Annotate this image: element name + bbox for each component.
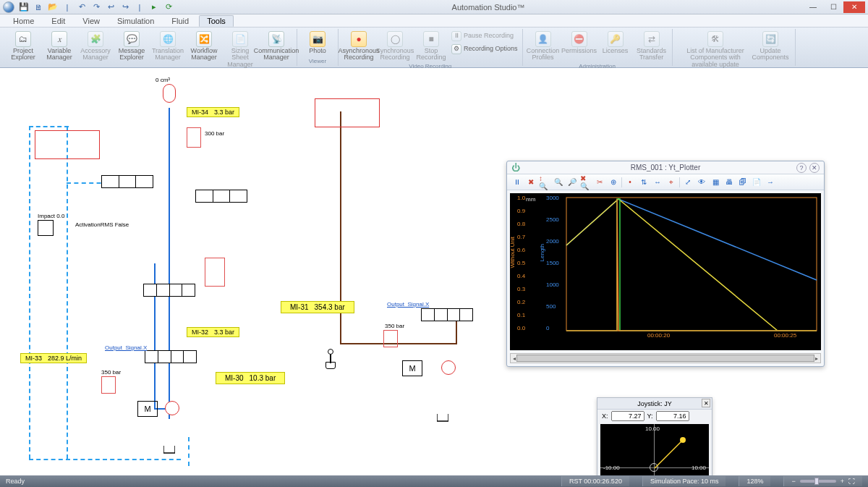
message-explorer-button[interactable]: 💬Message Explorer bbox=[114, 30, 149, 69]
clear-icon[interactable]: ✖ bbox=[525, 177, 537, 188]
qat-play-icon[interactable]: ▸ bbox=[149, 2, 159, 12]
marker-icon[interactable]: • bbox=[624, 177, 636, 188]
plotter-panel[interactable]: ⏻ RMS_001 : Yt_Plotter ? ✕ ⏸ ✖ ↕🔍 🔍 🔎 ✖🔍… bbox=[506, 161, 825, 367]
joystick-y-input[interactable] bbox=[656, 411, 689, 421]
joystick-panel[interactable]: Joystick: JY ✕ X: Y: 10.00 -10.00 -10.00… bbox=[597, 397, 712, 475]
plotter-titlebar[interactable]: ⏻ RMS_001 : Yt_Plotter ? ✕ bbox=[507, 161, 824, 174]
impact-sensor-symbol[interactable] bbox=[38, 220, 54, 236]
cylinder-left-symbol[interactable] bbox=[35, 130, 100, 159]
standards-transfer-button[interactable]: ⇄Standards Transfer bbox=[634, 30, 669, 62]
fit-icon[interactable]: ⛶ bbox=[848, 478, 855, 485]
zoom-out-icon[interactable]: − bbox=[791, 478, 795, 485]
hpan-icon[interactable]: ↔ bbox=[652, 177, 663, 188]
list-updates-button[interactable]: 🛠List of Manufacturer Components with av… bbox=[679, 30, 752, 69]
window-close-button[interactable]: ✕ bbox=[843, 1, 865, 13]
motor-left-symbol[interactable]: M bbox=[137, 401, 158, 417]
crosshair-icon[interactable]: ⌖ bbox=[665, 177, 677, 188]
grid-icon[interactable]: ▦ bbox=[710, 177, 721, 188]
window-minimize-button[interactable]: — bbox=[803, 1, 823, 13]
scroll-right-icon[interactable]: ▸ bbox=[813, 354, 820, 363]
measurement-mi34[interactable]: MI-34 3.3 bar bbox=[187, 107, 239, 117]
measurement-mi30[interactable]: MI-30 10.3 bar bbox=[216, 372, 285, 384]
qat-undo-icon[interactable]: ↶ bbox=[77, 2, 87, 12]
plot-scrollbar[interactable]: ◂ ▸ bbox=[510, 353, 821, 363]
licenses-button[interactable]: 🔑Licenses bbox=[598, 30, 633, 62]
cylinder-right-symbol[interactable] bbox=[315, 98, 380, 127]
export-icon[interactable]: → bbox=[765, 177, 776, 188]
joystick-titlebar[interactable]: Joystick: JY ✕ bbox=[597, 398, 712, 410]
plot-area[interactable]: Without Unit Length mm 1.0 0.9 0.8 0.7 0… bbox=[510, 193, 821, 350]
tab-view[interactable]: View bbox=[75, 16, 107, 26]
motor-right-symbol[interactable]: M bbox=[402, 360, 422, 376]
tab-edit[interactable]: Edit bbox=[44, 16, 72, 26]
sync-recording-button[interactable]: ◯Synchronous Recording bbox=[378, 30, 412, 62]
zoomin-icon[interactable]: 🔍 bbox=[553, 177, 564, 188]
qat-open-icon[interactable]: 📂 bbox=[48, 2, 58, 12]
permissions-button[interactable]: ⛔Permissions bbox=[562, 30, 597, 62]
snip-icon[interactable]: ✂ bbox=[594, 177, 605, 188]
relief-valve-symbol[interactable] bbox=[187, 127, 201, 148]
workflow-manager-button[interactable]: 🔀Workflow Manager bbox=[187, 30, 221, 69]
output-signal-link-2[interactable]: Output_Signal.X bbox=[387, 301, 429, 308]
translation-manager-button[interactable]: 🌐Translation Manager bbox=[150, 30, 185, 69]
tab-tools[interactable]: Tools bbox=[199, 15, 234, 27]
variable-manager-button[interactable]: 𝑥Variable Manager bbox=[42, 30, 77, 69]
relief-valve-2[interactable] bbox=[101, 376, 116, 394]
copy-icon[interactable]: 🗐 bbox=[737, 177, 749, 188]
power-icon[interactable]: ⏻ bbox=[511, 163, 520, 173]
communication-manager-button[interactable]: 📡Communication Manager bbox=[259, 30, 294, 69]
connection-profiles-button[interactable]: 👤Connection Profiles bbox=[526, 30, 561, 62]
joystick-symbol[interactable] bbox=[324, 349, 337, 370]
zoomreset-icon[interactable]: ✖🔍 bbox=[580, 177, 592, 188]
output-signal-link-1[interactable]: Output_Signal.X bbox=[105, 344, 147, 351]
close-icon[interactable]: ✕ bbox=[809, 163, 820, 173]
recording-options-button[interactable]: ⚙Recording Options bbox=[450, 43, 519, 55]
qat-new-icon[interactable]: 🗎 bbox=[33, 2, 43, 12]
help-icon[interactable]: ? bbox=[796, 163, 807, 173]
workspace[interactable]: 0 cm³ MI-34 3.3 bar 300 bar Impact 0.0 A… bbox=[0, 68, 868, 475]
zoomarea-icon[interactable]: 🔎 bbox=[566, 177, 578, 188]
qat-fwd-icon[interactable]: ↪ bbox=[120, 2, 130, 12]
tab-home[interactable]: Home bbox=[6, 16, 41, 26]
scroll-thumb[interactable] bbox=[516, 355, 814, 362]
photo-button[interactable]: 📷Photo bbox=[300, 30, 335, 55]
tab-fluid[interactable]: Fluid bbox=[164, 16, 196, 26]
joystick-position-dot[interactable] bbox=[680, 437, 686, 443]
target-icon[interactable]: ⊕ bbox=[608, 177, 619, 188]
measurement-mi31[interactable]: MI-31 354.3 bar bbox=[281, 301, 354, 313]
pause-recording-button[interactable]: ⏸Pause Recording bbox=[450, 30, 519, 42]
project-explorer-button[interactable]: 🗂Project Explorer bbox=[6, 30, 41, 69]
directional-valve-1[interactable] bbox=[101, 175, 153, 188]
pause-icon[interactable]: ⏸ bbox=[511, 177, 523, 188]
vpan-icon[interactable]: ⇅ bbox=[638, 177, 650, 188]
directional-valve-4[interactable] bbox=[145, 350, 197, 363]
relief-valve-3[interactable] bbox=[383, 330, 398, 347]
qat-redo-icon[interactable]: ↷ bbox=[91, 2, 101, 12]
expand-icon[interactable]: ⤢ bbox=[682, 177, 694, 188]
sizing-sheet-manager-button[interactable]: 📄Sizing Sheet Manager bbox=[223, 30, 258, 69]
directional-valve-3[interactable] bbox=[143, 284, 195, 297]
accessory-manager-button[interactable]: 🧩Accessory Manager bbox=[78, 30, 113, 69]
joystick-plot[interactable]: 10.00 -10.00 -10.00 10.00 bbox=[600, 424, 709, 475]
zoom-slider[interactable] bbox=[800, 480, 836, 483]
update-components-button[interactable]: 🔄Update Components bbox=[753, 30, 788, 69]
async-recording-button[interactable]: ●Asynchronous Recording bbox=[341, 30, 376, 62]
qat-save-icon[interactable]: 💾 bbox=[19, 2, 29, 12]
stop-recording-button[interactable]: ■Stop Recording bbox=[414, 30, 448, 62]
print-icon[interactable]: 🖶 bbox=[723, 177, 735, 188]
pump-left-symbol[interactable] bbox=[165, 401, 179, 415]
eye-icon[interactable]: 👁 bbox=[696, 177, 707, 188]
directional-valve-2[interactable] bbox=[195, 190, 247, 203]
pump-right-symbol[interactable] bbox=[441, 360, 456, 375]
measurement-mi32[interactable]: MI-32 3.3 bar bbox=[187, 327, 239, 337]
check-valve-pair[interactable] bbox=[205, 258, 225, 287]
joystick-x-input[interactable] bbox=[611, 411, 644, 421]
qat-refresh-icon[interactable]: ⟳ bbox=[163, 2, 174, 12]
accumulator-symbol[interactable] bbox=[163, 84, 176, 103]
tab-simulation[interactable]: Simulation bbox=[110, 16, 161, 26]
vzoom-icon[interactable]: ↕🔍 bbox=[539, 177, 550, 188]
close-icon[interactable]: ✕ bbox=[702, 399, 710, 407]
directional-valve-5[interactable] bbox=[421, 308, 473, 321]
measurement-mi33[interactable]: MI-33 282.9 L/min bbox=[20, 353, 87, 363]
qat-back-icon[interactable]: ↩ bbox=[106, 2, 116, 12]
